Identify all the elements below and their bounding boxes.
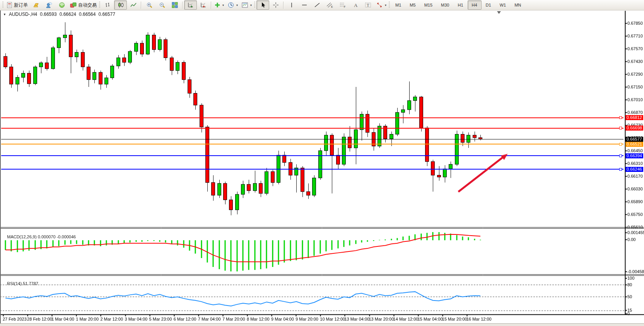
timeframe-m30-button[interactable]: M30 bbox=[437, 0, 453, 10]
time-axis-label: 14 Mar 12:00 bbox=[393, 317, 419, 321]
time-axis-label: 6 Mar 12:00 bbox=[174, 317, 196, 321]
timeframe-m5-button[interactable]: M5 bbox=[405, 0, 420, 10]
time-axis-label: 15 Mar 20:00 bbox=[442, 317, 467, 321]
auto-scroll-button[interactable] bbox=[184, 0, 197, 10]
time-axis-label: 1 Mar 04:00 bbox=[51, 317, 74, 321]
time-axis-label: 5 Mar 23:00 bbox=[149, 317, 172, 321]
chart-symbol-period: AUDUSD-,H4 bbox=[9, 12, 37, 17]
bar-chart-button[interactable] bbox=[101, 0, 114, 10]
timeframe-mn-button[interactable]: MN bbox=[510, 0, 525, 10]
bar-chart-icon bbox=[105, 2, 111, 8]
timeframe-m1-button-label: M1 bbox=[393, 3, 403, 7]
rsi-axis-label: 50 bbox=[627, 294, 632, 299]
timeframe-mn-button-label: MN bbox=[512, 3, 523, 7]
market-button[interactable] bbox=[30, 0, 43, 10]
line-chart-button[interactable] bbox=[127, 0, 140, 10]
new-order-button-label: 新订单 bbox=[14, 2, 28, 8]
crosshair-button[interactable] bbox=[269, 0, 282, 10]
macd-indicator-label: MACD(12,26,9) 0.000070 -0.000046 bbox=[2, 230, 76, 244]
autotrading-button-label: 自动交易 bbox=[78, 2, 97, 8]
current-price-line-price-tag: 0.66577 bbox=[625, 137, 643, 142]
indicators-button[interactable]: ▾ bbox=[213, 0, 226, 10]
resistance-line-2-handle[interactable] bbox=[619, 127, 622, 129]
timeframe-m15-button[interactable]: M15 bbox=[420, 0, 437, 10]
crosshair-icon bbox=[273, 2, 279, 8]
templates-button[interactable]: ▾ bbox=[240, 0, 254, 10]
vertical-line-button[interactable] bbox=[285, 0, 298, 10]
window-left-border bbox=[0, 10, 1, 323]
toolbar-grip bbox=[254, 2, 255, 8]
timeframe-w1-button[interactable]: W1 bbox=[495, 0, 511, 10]
dropdown-caret-icon[interactable]: ▾ bbox=[385, 3, 386, 7]
community-button[interactable] bbox=[43, 0, 55, 10]
timeframe-d1-button[interactable]: D1 bbox=[482, 0, 495, 10]
timeframe-h1-button[interactable]: H1 bbox=[453, 0, 467, 10]
ohlc-low: 0.66564 bbox=[79, 12, 96, 17]
equidistant-channel-icon: E bbox=[326, 2, 333, 8]
macd-axis-label: -0.004585 bbox=[627, 269, 644, 274]
periods-icon bbox=[228, 2, 234, 8]
cursor-button[interactable] bbox=[256, 0, 269, 10]
toolbar-grip bbox=[389, 2, 390, 8]
zoom-in-icon bbox=[146, 2, 152, 8]
timeframe-m1-button[interactable]: M1 bbox=[391, 0, 405, 10]
price-axis-tick: 0.67850 bbox=[627, 21, 643, 25]
auto-scroll-icon bbox=[188, 2, 194, 8]
pivot-line-price-tag: 0.66521 bbox=[625, 142, 643, 147]
resistance-line-1-handle[interactable] bbox=[619, 116, 622, 119]
dropdown-caret-icon[interactable]: ▾ bbox=[236, 3, 238, 7]
timeframe-h4-button[interactable]: H4 bbox=[468, 0, 482, 10]
zoom-out-button[interactable] bbox=[155, 0, 168, 10]
time-axis-label: 7 Mar 20:00 bbox=[222, 317, 245, 321]
periods-button[interactable]: ▾ bbox=[226, 0, 240, 10]
ohlc-close: 0.66577 bbox=[98, 12, 115, 17]
price-axis-tick: 0.66310 bbox=[627, 161, 643, 166]
pivot-line-handle[interactable] bbox=[619, 143, 622, 146]
support-line-1[interactable] bbox=[1, 155, 624, 156]
current-price-line[interactable] bbox=[1, 139, 624, 139]
tile-windows-button[interactable] bbox=[168, 0, 181, 10]
dropdown-caret-icon[interactable]: ▾ bbox=[250, 3, 252, 7]
support-line-2[interactable] bbox=[1, 169, 624, 170]
trendline-button[interactable] bbox=[311, 0, 323, 10]
support-line-1-handle[interactable] bbox=[619, 155, 622, 157]
cursor-icon bbox=[260, 2, 266, 8]
time-axis-label: 3 Mar 04:00 bbox=[125, 317, 148, 321]
timeframe-h1-button-label: H1 bbox=[455, 3, 465, 7]
svg-text:A: A bbox=[354, 2, 358, 8]
tile-windows-icon bbox=[172, 2, 178, 8]
ohlc-open: 0.66593 bbox=[40, 12, 56, 17]
resistance-line-2[interactable] bbox=[1, 128, 624, 129]
support-line-2-handle[interactable] bbox=[619, 168, 622, 171]
pivot-line[interactable] bbox=[1, 144, 624, 144]
indicators-icon bbox=[215, 2, 220, 8]
toolbar-separator bbox=[211, 2, 212, 9]
mt4-terminal: 新订单自动交易▾▾▾EFAT▾M1M5M15M30H1H4D1W1MN 1 ▼ … bbox=[0, 0, 644, 326]
toolbar-grip bbox=[99, 2, 100, 8]
price-axis-tick: 0.66450 bbox=[627, 148, 643, 153]
chart-shift-button[interactable] bbox=[197, 0, 210, 10]
price-axis-tick: 0.66870 bbox=[627, 110, 643, 115]
text-label-button[interactable]: T bbox=[362, 0, 374, 10]
price-axis-tick: 0.66170 bbox=[627, 174, 643, 178]
arrows-button[interactable]: ▾ bbox=[374, 0, 388, 10]
zoom-in-button[interactable] bbox=[143, 0, 155, 10]
resistance-line-1[interactable] bbox=[1, 117, 624, 118]
time-axis-label: 10 Mar 12:00 bbox=[320, 317, 345, 321]
dropdown-caret-icon[interactable]: ▾ bbox=[222, 3, 224, 7]
main-toolbar: 新订单自动交易▾▾▾EFAT▾M1M5M15M30H1H4D1W1MN bbox=[0, 0, 644, 10]
horizontal-line-button[interactable] bbox=[298, 0, 311, 10]
equidistant-channel-button[interactable]: E bbox=[323, 0, 336, 10]
symbol-dropdown-icon[interactable]: ▼ bbox=[3, 13, 6, 16]
templates-icon bbox=[242, 2, 248, 8]
text-button[interactable]: A bbox=[349, 0, 362, 10]
fibonacci-button[interactable]: F bbox=[336, 0, 349, 10]
toolbar-separator bbox=[182, 2, 183, 9]
time-axis-label: 16 Mar 12:00 bbox=[466, 317, 492, 321]
autotrading-button[interactable]: 自动交易 bbox=[68, 0, 99, 10]
chart-canvas[interactable] bbox=[0, 0, 644, 326]
toolbar-grip bbox=[2, 2, 3, 8]
signals-button[interactable] bbox=[55, 0, 68, 10]
candlestick-chart-button[interactable] bbox=[114, 0, 127, 10]
new-order-button[interactable]: 新订单 bbox=[5, 0, 30, 10]
